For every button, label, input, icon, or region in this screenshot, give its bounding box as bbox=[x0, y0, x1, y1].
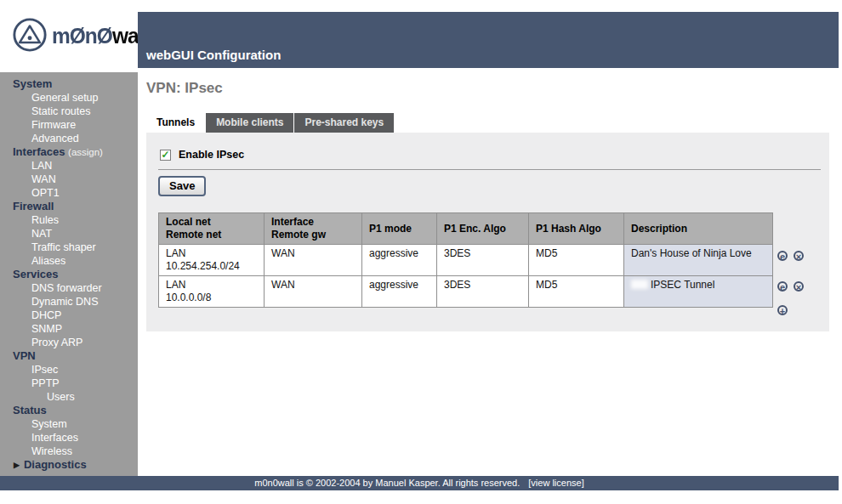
sidebar-section-firewall: Firewall bbox=[0, 200, 138, 213]
sidebar-item-snmp[interactable]: SNMP bbox=[0, 322, 138, 336]
sidebar-item-status-wireless[interactable]: Wireless bbox=[0, 445, 138, 458]
row-2-actions: e × bbox=[777, 281, 804, 292]
header-title: webGUI Configuration bbox=[138, 48, 281, 68]
header-bar: webGUI Configuration bbox=[138, 12, 839, 68]
tab-bar: Tunnels Mobile clients Pre-shared keys bbox=[146, 113, 395, 133]
sidebar-item-general-setup[interactable]: General setup bbox=[0, 91, 138, 105]
cell-local-remote-net: LAN10.0.0.0/8 bbox=[159, 276, 265, 308]
table-header-row: Local netRemote net InterfaceRemote gw P… bbox=[159, 213, 773, 245]
footer-bar: m0n0wall is © 2002-2004 by Manuel Kasper… bbox=[0, 476, 839, 490]
sidebar-item-static-routes[interactable]: Static routes bbox=[0, 105, 138, 118]
cell-interface: WAN bbox=[265, 276, 362, 308]
cell-local-remote-net: LAN10.254.254.0/24 bbox=[159, 245, 265, 276]
sidebar-section-interfaces: Interfaces (assign) bbox=[0, 145, 138, 159]
footer-copyright: m0n0wall is © 2002-2004 by Manuel Kasper… bbox=[254, 478, 520, 488]
enable-ipsec-row: ✓ Enable IPsec bbox=[160, 149, 244, 161]
cell-p1-hash: MD5 bbox=[529, 276, 624, 308]
table-row: LAN10.0.0.0/8 WAN aggressive 3DES MD5 IP… bbox=[159, 276, 773, 308]
col-description: Description bbox=[624, 213, 773, 245]
sidebar-item-pptp-users[interactable]: Users bbox=[0, 390, 138, 404]
sidebar-item-ipsec[interactable]: IPsec bbox=[0, 363, 138, 377]
sidebar-item-lan[interactable]: LAN bbox=[0, 159, 138, 173]
sidebar-item-dhcp[interactable]: DHCP bbox=[0, 309, 138, 322]
separator bbox=[158, 169, 821, 170]
cell-description: Dan's House of Ninja Love bbox=[624, 245, 773, 276]
tab-mobile-clients[interactable]: Mobile clients bbox=[206, 113, 293, 133]
sidebar: System General setup Static routes Firmw… bbox=[0, 72, 138, 476]
tunnels-panel: ✓ Enable IPsec Save Local netRemote net … bbox=[146, 133, 829, 331]
redaction-blur bbox=[631, 280, 648, 289]
tab-tunnels[interactable]: Tunnels bbox=[146, 113, 205, 133]
tunnels-table: Local netRemote net InterfaceRemote gw P… bbox=[158, 212, 773, 308]
cell-p1-enc: 3DES bbox=[437, 276, 529, 308]
table-row: LAN10.254.254.0/24 WAN aggressive 3DES M… bbox=[159, 245, 773, 276]
add-tunnel-action: + bbox=[777, 305, 788, 315]
enable-ipsec-label: Enable IPsec bbox=[179, 149, 244, 161]
cell-p1-hash: MD5 bbox=[529, 245, 624, 276]
sidebar-item-status-interfaces[interactable]: Interfaces bbox=[0, 431, 138, 445]
sidebar-section-services: Services bbox=[0, 268, 138, 281]
sidebar-section-vpn: VPN bbox=[0, 349, 138, 363]
save-button[interactable]: Save bbox=[158, 176, 206, 196]
col-p1-hash-algo: P1 Hash Algo bbox=[529, 213, 624, 245]
sidebar-item-status-system[interactable]: System bbox=[0, 417, 138, 431]
delete-icon[interactable]: × bbox=[794, 251, 804, 261]
sidebar-item-dns-forwarder[interactable]: DNS forwarder bbox=[0, 281, 138, 295]
page-title: VPN: IPsec bbox=[146, 80, 223, 97]
col-p1-mode: P1 mode bbox=[362, 213, 437, 245]
logo-text: mØnØwall bbox=[52, 23, 148, 49]
enable-ipsec-checkbox[interactable]: ✓ bbox=[160, 150, 171, 161]
cell-p1-mode: aggressive bbox=[362, 276, 437, 308]
delete-icon[interactable]: × bbox=[794, 281, 804, 292]
col-local-net: Local netRemote net bbox=[159, 213, 265, 245]
sidebar-item-opt1[interactable]: OPT1 bbox=[0, 186, 138, 200]
sidebar-item-dynamic-dns[interactable]: Dynamic DNS bbox=[0, 295, 138, 309]
cell-p1-enc: 3DES bbox=[437, 245, 529, 276]
edit-icon[interactable]: e bbox=[777, 281, 788, 292]
sidebar-item-pptp[interactable]: PPTP bbox=[0, 377, 138, 390]
row-1-actions: e × bbox=[777, 251, 804, 261]
tab-pre-shared-keys[interactable]: Pre-shared keys bbox=[294, 113, 394, 133]
sidebar-item-rules[interactable]: Rules bbox=[0, 213, 138, 227]
sidebar-item-traffic-shaper[interactable]: Traffic shaper bbox=[0, 241, 138, 254]
logo-mark-icon bbox=[12, 17, 48, 56]
col-interface: InterfaceRemote gw bbox=[265, 213, 362, 245]
view-license-link[interactable]: [view license] bbox=[528, 478, 583, 488]
sidebar-item-wan[interactable]: WAN bbox=[0, 173, 138, 186]
logo[interactable]: mØnØwall bbox=[0, 0, 138, 72]
sidebar-section-status: Status bbox=[0, 404, 138, 417]
sidebar-item-nat[interactable]: NAT bbox=[0, 227, 138, 241]
cell-p1-mode: aggressive bbox=[362, 245, 437, 276]
main-content: VPN: IPsec Tunnels Mobile clients Pre-sh… bbox=[138, 72, 842, 476]
m0n0wall-webgui: mØnØwall webGUI Configuration System Gen… bbox=[0, 0, 842, 504]
sidebar-section-system: System bbox=[0, 77, 138, 91]
sidebar-item-advanced[interactable]: Advanced bbox=[0, 132, 138, 145]
sidebar-section-diagnostics[interactable]: ▶Diagnostics bbox=[0, 458, 138, 472]
sidebar-item-proxy-arp[interactable]: Proxy ARP bbox=[0, 336, 138, 349]
expand-arrow-icon: ▶ bbox=[14, 461, 20, 469]
sidebar-item-aliases[interactable]: Aliases bbox=[0, 254, 138, 268]
col-p1-enc-algo: P1 Enc. Algo bbox=[437, 213, 529, 245]
edit-icon[interactable]: e bbox=[777, 251, 788, 261]
cell-description: IPSEC Tunnel bbox=[624, 276, 773, 308]
interfaces-assign-link[interactable]: (assign) bbox=[68, 147, 103, 157]
cell-interface: WAN bbox=[265, 245, 362, 276]
add-icon[interactable]: + bbox=[777, 305, 788, 315]
sidebar-item-firmware[interactable]: Firmware bbox=[0, 118, 138, 132]
